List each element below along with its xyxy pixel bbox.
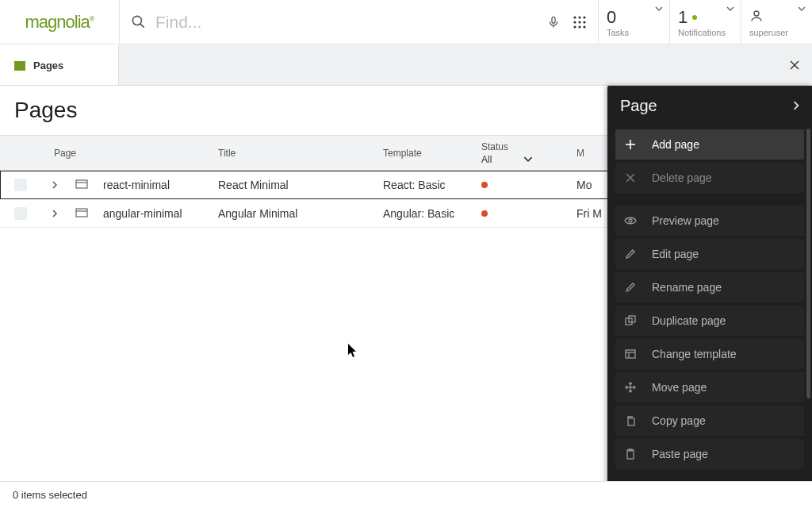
tasks-indicator[interactable]: 0 Tasks (598, 0, 669, 44)
svg-point-7 (573, 21, 576, 23)
unread-dot-icon (692, 15, 697, 20)
row-checkbox[interactable] (14, 179, 27, 191)
svg-point-10 (573, 25, 576, 28)
svg-point-11 (578, 25, 580, 28)
col-header-page[interactable]: Page (41, 136, 210, 170)
svg-line-1 (140, 24, 144, 28)
search-input[interactable] (155, 13, 538, 32)
svg-rect-42 (628, 418, 634, 425)
pencil-icon (623, 282, 638, 293)
page-icon (75, 207, 88, 220)
expand-icon[interactable] (52, 179, 58, 191)
chevron-down-icon (655, 6, 663, 11)
svg-point-13 (754, 11, 759, 16)
svg-point-4 (573, 16, 576, 18)
move-icon (623, 382, 638, 393)
svg-rect-2 (552, 17, 555, 23)
svg-point-12 (583, 25, 585, 28)
move-page-button[interactable]: Move page (615, 372, 804, 402)
svg-point-9 (583, 21, 585, 23)
copy-page-button[interactable]: Copy page (615, 406, 804, 436)
svg-point-8 (578, 21, 580, 23)
change-template-button[interactable]: Change template (615, 339, 804, 369)
paste-icon (623, 448, 638, 460)
rename-page-button[interactable]: Rename page (615, 272, 804, 302)
app-tabbar: Pages (0, 44, 812, 86)
eye-icon (623, 216, 638, 225)
cell-page-name: angular-minimal (95, 199, 210, 227)
svg-rect-43 (627, 450, 634, 459)
chevron-down-icon (523, 156, 533, 162)
user-icon (749, 9, 804, 26)
plus-icon (623, 139, 638, 150)
col-header-status: Status All (473, 136, 569, 170)
col-header-title[interactable]: Title (210, 136, 375, 170)
chevron-down-icon (726, 6, 734, 11)
cell-page-name: react-minimal (95, 171, 210, 198)
cell-title: React Minimal (210, 171, 375, 198)
status-dot-icon (481, 182, 488, 188)
template-icon (623, 349, 638, 359)
tab-label: Pages (33, 60, 63, 71)
duplicate-icon (623, 315, 638, 326)
panel-collapse-icon[interactable] (793, 100, 799, 113)
close-tab-button[interactable] (777, 44, 812, 85)
user-name: superuser (749, 28, 804, 37)
delete-page-button[interactable]: Delete page (615, 163, 804, 193)
add-page-button[interactable]: Add page (615, 129, 804, 160)
panel-title: Page (620, 97, 657, 115)
copy-icon (623, 415, 638, 426)
search-icon (131, 14, 146, 29)
svg-point-0 (132, 16, 141, 25)
cell-title: Angular Minimal (210, 199, 375, 227)
row-checkbox[interactable] (14, 207, 27, 220)
status-filter-select[interactable]: All (481, 154, 533, 165)
notifications-indicator[interactable]: 1 Notifications (669, 0, 741, 44)
tab-pages[interactable]: Pages (0, 44, 119, 85)
user-menu[interactable]: superuser (741, 0, 812, 44)
duplicate-page-button[interactable]: Duplicate page (615, 306, 804, 336)
pages-app-icon (14, 61, 25, 71)
tasks-label: Tasks (607, 28, 661, 37)
cell-template: Angular: Basic (375, 199, 473, 227)
app-launcher-icon[interactable] (573, 15, 587, 29)
col-header-template[interactable]: Template (375, 136, 473, 170)
svg-rect-28 (76, 209, 87, 217)
selection-count: 0 items selected (13, 489, 87, 501)
svg-rect-37 (626, 350, 635, 358)
notifications-label: Notifications (678, 28, 733, 37)
tasks-count: 0 (607, 9, 661, 26)
expand-icon[interactable] (52, 207, 58, 220)
status-bar: 0 items selected (0, 481, 812, 508)
chevron-down-icon (798, 6, 806, 11)
svg-point-6 (583, 16, 585, 18)
cell-template: React: Basic (375, 171, 473, 198)
notifications-count: 1 (678, 9, 688, 26)
svg-point-34 (629, 219, 632, 222)
cursor-icon (347, 344, 358, 361)
mic-icon[interactable] (547, 14, 560, 30)
preview-page-button[interactable]: Preview page (615, 206, 804, 236)
action-panel: Page Add page Delete page Preview page E… (607, 86, 812, 498)
edit-page-button[interactable]: Edit page (615, 239, 804, 269)
paste-page-button[interactable]: Paste page (615, 439, 804, 469)
panel-scrollbar[interactable] (806, 129, 810, 398)
global-search (120, 0, 598, 44)
close-icon (623, 173, 638, 183)
page-icon (75, 179, 88, 191)
status-dot-icon (481, 210, 488, 217)
svg-point-5 (578, 16, 580, 18)
app-header: magnolia® 0 Tasks 1 Notifications superu… (0, 0, 812, 44)
svg-rect-26 (76, 180, 87, 188)
logo[interactable]: magnolia® (0, 0, 120, 44)
pencil-icon (623, 248, 638, 260)
